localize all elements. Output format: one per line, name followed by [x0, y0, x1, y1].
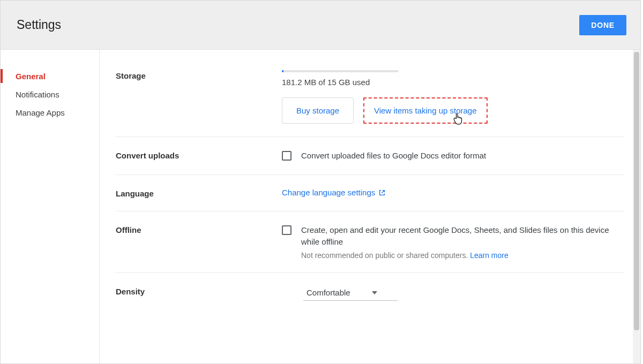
dialog-body: General Notifications Manage Apps Storag… [1, 50, 640, 363]
offline-label: Create, open and edit your recent Google… [301, 224, 624, 248]
sidebar-item-label: Manage Apps [16, 108, 65, 117]
done-button[interactable]: DONE [579, 15, 626, 35]
offline-hint: Not recommended on public or shared comp… [301, 251, 624, 260]
density-select[interactable]: Comfortable [303, 286, 398, 301]
dialog-title: Settings [17, 18, 61, 32]
section-language: Language Change language settings [116, 175, 624, 211]
sidebar-item-label: Notifications [16, 90, 59, 99]
section-title-density: Density [116, 286, 282, 301]
dialog-header: Settings DONE [1, 1, 640, 50]
scrollbar[interactable] [633, 50, 640, 363]
storage-progress-fill [282, 70, 283, 72]
sidebar-item-manage-apps[interactable]: Manage Apps [1, 103, 99, 122]
storage-progress-bar [282, 70, 399, 72]
section-title-storage: Storage [116, 70, 282, 124]
change-language-link[interactable]: Change language settings [282, 188, 386, 197]
change-language-label: Change language settings [282, 188, 375, 197]
external-link-icon [378, 189, 386, 196]
view-items-highlight: View items taking up storage [363, 97, 488, 124]
convert-uploads-label: Convert uploaded files to Google Docs ed… [301, 150, 486, 162]
sidebar-item-notifications[interactable]: Notifications [1, 85, 99, 103]
section-density: Density Comfortable [116, 273, 624, 314]
storage-usage-text: 181.2 MB of 15 GB used [282, 78, 624, 87]
section-title-language: Language [116, 188, 282, 198]
section-convert-uploads: Convert uploads Convert uploaded files t… [116, 137, 624, 175]
convert-uploads-checkbox[interactable] [282, 151, 291, 161]
chevron-down-icon [372, 291, 377, 294]
main-panel: Storage 181.2 MB of 15 GB used Buy stora… [99, 50, 640, 363]
section-offline: Offline Create, open and edit your recen… [116, 211, 624, 273]
sidebar-item-label: General [16, 72, 46, 81]
offline-learn-more-link[interactable]: Learn more [470, 251, 509, 260]
section-storage: Storage 181.2 MB of 15 GB used Buy stora… [116, 65, 624, 137]
density-value: Comfortable [306, 288, 350, 297]
sidebar-item-general[interactable]: General [1, 67, 99, 85]
scroll-thumb[interactable] [634, 52, 639, 330]
section-title-offline: Offline [116, 224, 282, 260]
buy-storage-button[interactable]: Buy storage [282, 97, 354, 124]
sidebar: General Notifications Manage Apps [1, 50, 99, 363]
offline-checkbox[interactable] [282, 225, 291, 235]
section-title-convert: Convert uploads [116, 150, 282, 162]
view-items-link[interactable]: View items taking up storage [374, 106, 477, 115]
settings-dialog: Settings DONE General Notifications Mana… [0, 0, 641, 364]
offline-hint-text: Not recommended on public or shared comp… [301, 251, 470, 260]
